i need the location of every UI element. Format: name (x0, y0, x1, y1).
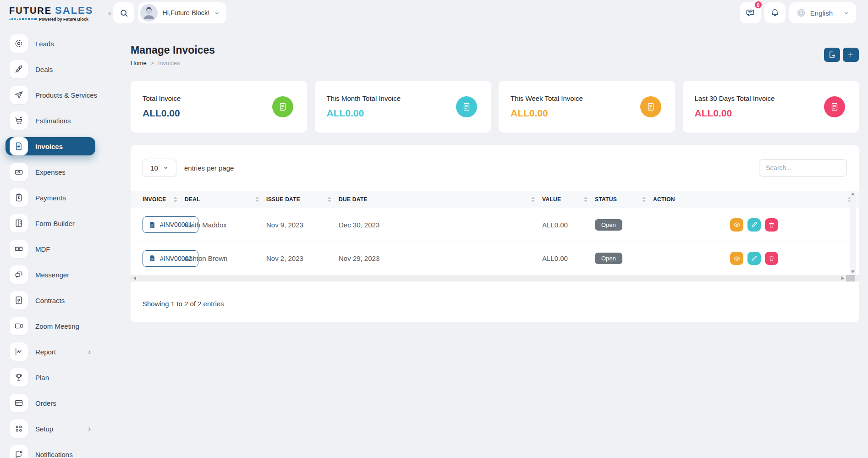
invoice-doc-icon (149, 255, 156, 262)
export-file-icon (828, 51, 836, 59)
sidebar-item-zoom-meeting[interactable]: Zoom Meeting (5, 317, 95, 335)
sidebar-item-contracts[interactable]: Contracts (5, 291, 95, 309)
delete-button[interactable] (765, 252, 778, 265)
brand-logo[interactable]: FUTURE SALES Powered by Future Block (0, 5, 108, 22)
stat-label: Total Invoice (143, 94, 181, 102)
sidebar-item-notifications[interactable]: Notifications (5, 445, 95, 458)
sidebar-navigation: Leads Deals Products & Services Estimati… (0, 28, 106, 458)
chevron-right-icon: › (88, 348, 91, 356)
table-search-input[interactable] (759, 159, 847, 177)
user-menu[interactable]: Hi,Future Block! (138, 2, 226, 23)
avatar (140, 4, 158, 22)
sidebar-item-estimations[interactable]: Estimations (5, 111, 95, 130)
sort-icons[interactable] (328, 197, 331, 202)
invoices-table-card: 10 entries per page INVOICE DEAL ISSUE D… (131, 145, 859, 322)
top-bar: FUTURE SALES Powered by Future Block « H… (0, 2, 868, 24)
column-header-deal: DEAL (185, 191, 266, 208)
sort-icons[interactable] (642, 197, 646, 202)
issue-date: Nov 9, 2023 (266, 208, 339, 242)
notifications-button[interactable] (764, 2, 786, 23)
breadcrumb-home-link[interactable]: Home (131, 60, 147, 66)
view-button[interactable] (730, 252, 743, 265)
export-invoices-button[interactable] (824, 48, 840, 62)
scroll-down-arrow-icon[interactable] (851, 270, 855, 273)
page-size-select[interactable]: 10 (143, 159, 176, 177)
scroll-up-arrow-icon[interactable] (851, 193, 855, 195)
delete-button[interactable] (765, 218, 778, 232)
breadcrumb: Home > Invoices (131, 60, 215, 66)
notification-chat-icon (10, 445, 28, 458)
invoice-doc-icon (824, 96, 845, 117)
invoice-icon (10, 137, 28, 155)
logo-dots-decoration (9, 18, 37, 20)
sidebar-item-leads[interactable]: Leads (5, 34, 95, 53)
table-row: #INV00001 Keith Maddox Nov 9, 2023 Dec 3… (131, 208, 859, 242)
add-invoice-button[interactable] (843, 48, 859, 62)
stat-value: ALL0.00 (511, 108, 583, 119)
plus-icon (847, 51, 854, 58)
sort-icons[interactable] (584, 197, 588, 202)
sidebar-item-deals[interactable]: Deals (5, 60, 95, 78)
sidebar-item-report[interactable]: Report › (5, 342, 95, 361)
main-content: Manage Invoices Home > Invoices (106, 24, 868, 322)
scroll-left-arrow-icon[interactable] (133, 276, 136, 280)
bell-icon (770, 8, 780, 18)
page-title: Manage Invoices (131, 44, 215, 56)
credit-card-icon (10, 394, 28, 412)
invoice-doc-icon (272, 96, 293, 117)
sidebar-item-form-builder[interactable]: Form Builder (5, 214, 95, 232)
sort-icons[interactable] (531, 197, 535, 202)
column-header-status: STATUS (595, 191, 653, 208)
chat-bubbles-icon (10, 265, 28, 284)
pencil-icon (751, 255, 758, 262)
sidebar-item-invoices[interactable]: Invoices (5, 137, 95, 155)
sidebar-item-expenses[interactable]: Expenses (5, 163, 95, 181)
view-button[interactable] (730, 218, 743, 232)
chevron-down-icon (843, 10, 849, 16)
cart-plus-icon (10, 111, 28, 130)
sidebar-item-products-services[interactable]: Products & Services (5, 86, 95, 104)
eye-icon (733, 255, 741, 262)
stat-cards: Total Invoice ALL0.00 This Month Total I… (131, 81, 859, 132)
chevron-down-icon (163, 165, 169, 171)
vertical-scrollbar[interactable] (850, 191, 856, 275)
stat-value: ALL0.00 (695, 108, 775, 119)
brand-secondary: SALES (55, 5, 93, 17)
sidebar-collapse-icon[interactable]: « (108, 10, 111, 17)
status-badge: Open (595, 219, 622, 231)
sidebar-item-plan[interactable]: Plan (5, 368, 95, 386)
search-button[interactable] (113, 2, 134, 23)
horizontal-scrollbar-thumb[interactable] (846, 275, 855, 281)
page-size-value: 10 (150, 164, 158, 172)
sidebar-item-orders[interactable]: Orders (5, 394, 95, 412)
sort-icons[interactable] (255, 197, 259, 202)
deal-name: Ashton Brown (185, 242, 266, 275)
sort-icons[interactable] (174, 197, 177, 202)
language-selector[interactable]: English (789, 2, 856, 23)
edit-button[interactable] (747, 252, 761, 265)
invoice-doc-icon (640, 96, 661, 117)
invoice-value: ALL0.00 (542, 208, 595, 242)
sidebar-item-payments[interactable]: Payments (5, 188, 95, 207)
chevron-right-icon: › (88, 425, 91, 433)
scroll-right-arrow-icon[interactable] (841, 276, 844, 280)
user-greeting: Hi,Future Block! (162, 9, 209, 17)
sidebar-item-mdf[interactable]: MDF (5, 240, 95, 258)
stat-card-week-invoice: This Week Total Invoice ALL0.00 (499, 81, 675, 132)
sidebar-item-messenger[interactable]: Messenger (5, 265, 95, 284)
cash-icon (10, 163, 28, 181)
sidebar-item-setup[interactable]: Setup › (5, 419, 95, 438)
invoice-value: ALL0.00 (542, 242, 595, 275)
entries-summary: Showing 1 to 2 of 2 entries (143, 300, 847, 308)
edit-button[interactable] (747, 218, 761, 232)
stat-label: This Month Total Invoice (327, 94, 401, 102)
chevron-down-icon (214, 10, 220, 16)
entries-per-page-label: entries per page (184, 164, 234, 172)
invoice-doc-icon (456, 96, 477, 117)
stat-value: ALL0.00 (143, 108, 181, 119)
messages-button[interactable]: 0 (740, 2, 761, 23)
brand-primary: FUTURE (9, 6, 52, 16)
trophy-icon (10, 368, 28, 386)
video-camera-icon (10, 317, 28, 335)
horizontal-scrollbar[interactable] (131, 275, 859, 281)
